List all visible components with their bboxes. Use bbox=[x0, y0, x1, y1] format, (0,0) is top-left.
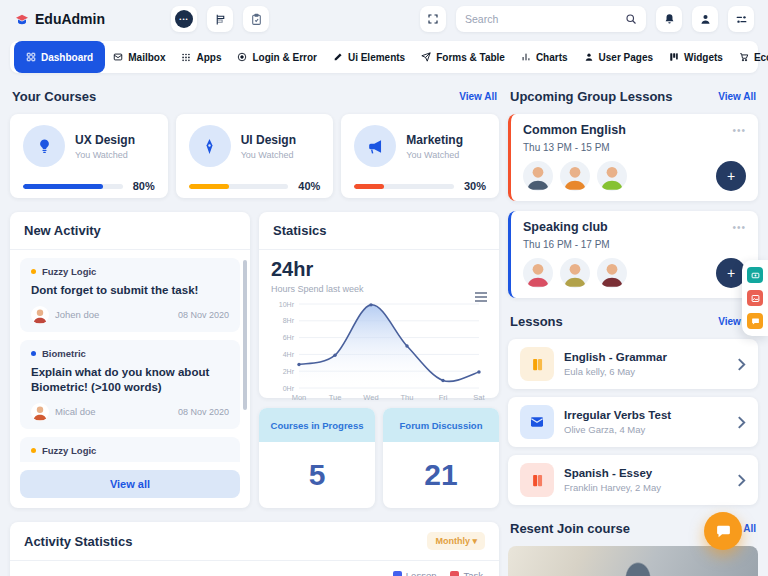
fullscreen-icon bbox=[427, 13, 439, 25]
image-icon[interactable] bbox=[747, 290, 763, 306]
bulb-icon bbox=[23, 125, 65, 167]
chevron-right-icon[interactable] bbox=[737, 416, 746, 429]
svg-text:8Hr: 8Hr bbox=[283, 317, 295, 324]
search-icon[interactable] bbox=[625, 13, 637, 25]
activity-tag: Fuzzy Logic bbox=[42, 266, 96, 277]
nav-label: Widgets bbox=[684, 52, 723, 63]
columns-icon bbox=[669, 52, 679, 62]
lesson-item-irregular-verbs-test[interactable]: Irregular Verbs Test Olive Garza, 4 May bbox=[508, 397, 758, 447]
chart-legend: Lesson Task bbox=[10, 561, 499, 576]
section-title: Your Courses bbox=[12, 89, 96, 104]
hours-subtitle: Hours Spend last week bbox=[271, 284, 487, 294]
activity-tag: Biometric bbox=[42, 348, 86, 359]
lesson-item-english-grammar[interactable]: English - Grammar Eula kelly, 6 May bbox=[508, 339, 758, 389]
nav-item-widgets[interactable]: Widgets bbox=[661, 41, 731, 73]
nav-item-user-pages[interactable]: User Pages bbox=[576, 41, 661, 73]
chevron-right-icon[interactable] bbox=[737, 358, 746, 371]
more-options-icon[interactable]: ••• bbox=[732, 125, 746, 136]
course-sub: You Watched bbox=[241, 150, 296, 160]
course-name: UI Design bbox=[241, 133, 296, 147]
course-sub: You Watched bbox=[406, 150, 463, 160]
chat-mini-icon[interactable] bbox=[747, 313, 763, 329]
nav-item-ecommerce[interactable]: Ecommerce bbox=[731, 41, 768, 73]
activity-view-all-button[interactable]: View all bbox=[20, 470, 240, 498]
stat-box-label: Forum Discussion bbox=[383, 408, 499, 442]
avatar bbox=[31, 306, 49, 324]
group-lessons-view-all-link[interactable]: View All bbox=[718, 91, 756, 102]
activity-scrollbar[interactable] bbox=[243, 260, 247, 410]
floating-side-panel bbox=[742, 260, 768, 336]
fullscreen-button[interactable] bbox=[420, 6, 446, 32]
course-sub: You Watched bbox=[75, 150, 135, 160]
courses-row: UX Design You Watched 80% bbox=[10, 114, 499, 198]
lessons-header: Lessons View All bbox=[510, 314, 756, 329]
svg-text:0Hr: 0Hr bbox=[283, 385, 295, 392]
lesson-name: Spanish - Essey bbox=[564, 467, 661, 479]
forum-discussion-box: Forum Discussion 21 bbox=[383, 408, 499, 508]
nav-label: User Pages bbox=[599, 52, 653, 63]
avatar bbox=[523, 258, 553, 288]
signpost-button[interactable] bbox=[207, 6, 233, 32]
brand-logo[interactable]: EduAdmin bbox=[14, 11, 105, 27]
your-courses-header: Your Courses View All bbox=[12, 89, 497, 104]
courses-view-all-link[interactable]: View All bbox=[459, 91, 497, 102]
course-card-marketing: Marketing You Watched 30% bbox=[341, 114, 499, 198]
header-quick-actions: ••• bbox=[171, 6, 269, 32]
main-navbar: Dashboard Mailbox Apps Login & Error Ui … bbox=[10, 41, 758, 73]
signpost-icon bbox=[214, 13, 227, 26]
settings-button[interactable] bbox=[728, 6, 754, 32]
nav-label: Ui Elements bbox=[348, 52, 405, 63]
avatar bbox=[523, 161, 553, 191]
search-input[interactable] bbox=[465, 13, 625, 25]
pen-nib-icon bbox=[189, 125, 231, 167]
nav-item-apps[interactable]: Apps bbox=[173, 41, 229, 73]
group-lesson-time: Thu 13 PM - 15 PM bbox=[523, 142, 746, 153]
statistics-title: Statisics bbox=[259, 212, 499, 250]
nav-item-ui-elements[interactable]: Ui Elements bbox=[325, 41, 413, 73]
chevron-right-icon[interactable] bbox=[737, 474, 746, 487]
course-card-ux-design: UX Design You Watched 80% bbox=[10, 114, 168, 198]
notifications-button[interactable] bbox=[656, 6, 682, 32]
right-column: Upcoming Group Lessons View All Common E… bbox=[508, 73, 758, 576]
statistics-card: Statisics 24hr Hours Spend last week 0Hr… bbox=[259, 212, 499, 398]
avatar bbox=[560, 258, 590, 288]
more-options-icon[interactable]: ••• bbox=[732, 222, 746, 233]
group-lesson-name: Common English bbox=[523, 123, 626, 137]
progress-track bbox=[23, 184, 123, 189]
cash-icon[interactable] bbox=[747, 267, 763, 283]
nav-label: Dashboard bbox=[41, 52, 93, 63]
tasks-button[interactable] bbox=[243, 6, 269, 32]
nav-item-dashboard[interactable]: Dashboard bbox=[14, 41, 105, 73]
nav-item-charts[interactable]: Charts bbox=[513, 41, 576, 73]
stat-box-value: 21 bbox=[383, 442, 499, 508]
legend-task: Task bbox=[450, 570, 483, 576]
more-menu-button[interactable]: ••• bbox=[171, 6, 197, 32]
dashboard-grid-icon bbox=[26, 52, 36, 62]
lesson-name: English - Grammar bbox=[564, 351, 667, 363]
lesson-item-spanish-essey[interactable]: Spanish - Essey Franklin Harvey, 2 May bbox=[508, 455, 758, 505]
activity-date: 08 Nov 2020 bbox=[178, 310, 229, 320]
svg-text:Thu: Thu bbox=[401, 393, 414, 402]
activity-statistics-title: Activity Statistics bbox=[24, 534, 132, 549]
content-area: Your Courses View All UX Design You Watc… bbox=[0, 73, 768, 576]
activity-item: Biometric Explain what do you know about… bbox=[20, 340, 240, 429]
nav-label: Mailbox bbox=[128, 52, 165, 63]
new-activity-title: New Activity bbox=[10, 212, 250, 250]
monthly-filter-dropdown[interactable]: Monthly ▾ bbox=[427, 532, 485, 550]
chat-fab-button[interactable] bbox=[704, 512, 742, 550]
tag-dot bbox=[31, 351, 36, 356]
nav-item-login-error[interactable]: Login & Error bbox=[229, 41, 324, 73]
svg-text:6Hr: 6Hr bbox=[283, 334, 295, 341]
svg-text:Mon: Mon bbox=[292, 393, 307, 402]
stat-box-value: 5 bbox=[259, 442, 375, 508]
group-lesson-card-common-english: Common English ••• Thu 13 PM - 15 PM + bbox=[508, 114, 758, 201]
section-title: Lessons bbox=[510, 314, 563, 329]
user-profile-button[interactable] bbox=[692, 6, 718, 32]
add-member-button[interactable]: + bbox=[716, 161, 746, 191]
chart-menu-icon[interactable] bbox=[475, 290, 487, 304]
nav-item-mailbox[interactable]: Mailbox bbox=[105, 41, 173, 73]
nav-item-forms-table[interactable]: Forms & Table bbox=[413, 41, 513, 73]
svg-text:Fri: Fri bbox=[439, 393, 448, 402]
eduadmin-dashboard-page: EduAdmin ••• bbox=[0, 0, 768, 576]
chat-bubble-icon bbox=[715, 523, 732, 540]
